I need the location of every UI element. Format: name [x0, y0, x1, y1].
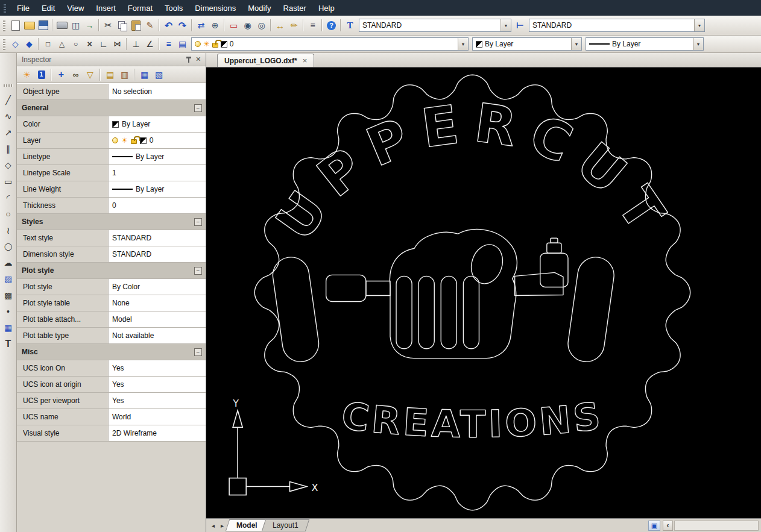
- property-row[interactable]: Plot style tableNone: [17, 295, 206, 311]
- polyline-icon[interactable]: [1, 110, 15, 123]
- rectangle-icon[interactable]: [1, 175, 15, 188]
- region-icon[interactable]: [1, 289, 15, 302]
- inspector-titlebar[interactable]: Inspector: [17, 53, 206, 66]
- close-icon[interactable]: [196, 55, 201, 64]
- select-by-number-icon[interactable]: [34, 68, 48, 81]
- redo-icon[interactable]: [175, 19, 189, 32]
- viewport-icon[interactable]: [648, 521, 660, 531]
- property-row[interactable]: UCS icon OnYes: [17, 360, 206, 377]
- collapse-icon[interactable]: −: [194, 218, 202, 226]
- canister-body-shape[interactable]: [540, 253, 568, 287]
- fist-outline[interactable]: [390, 230, 517, 358]
- paste-properties-icon[interactable]: [118, 68, 131, 81]
- multiline-icon[interactable]: [1, 142, 15, 155]
- text-icon[interactable]: [1, 337, 15, 351]
- property-value[interactable]: None: [109, 295, 206, 311]
- thumb-opening[interactable]: [466, 240, 507, 287]
- save-file-icon[interactable]: [36, 19, 50, 32]
- export-icon[interactable]: [83, 19, 96, 32]
- snap-perpendicular-icon[interactable]: [96, 37, 110, 51]
- table-icon[interactable]: [1, 321, 15, 334]
- dropdown-arrow-icon[interactable]: [500, 19, 511, 31]
- property-value[interactable]: 1: [109, 165, 206, 181]
- autohide-pin-icon[interactable]: [185, 56, 192, 63]
- tab-scroll-left-icon[interactable]: [209, 521, 218, 530]
- document-tab[interactable]: Uppercut_LOGO.dxf*: [217, 54, 314, 67]
- property-value[interactable]: 2D Wireframe: [109, 425, 206, 441]
- open-file-icon[interactable]: [22, 19, 36, 32]
- dropdown-arrow-icon[interactable]: [693, 38, 703, 50]
- new-file-icon[interactable]: [8, 19, 22, 32]
- property-value[interactable]: Model: [109, 311, 206, 327]
- help-icon[interactable]: [324, 19, 338, 32]
- toolbar-grip[interactable]: [3, 20, 5, 31]
- menu-insert[interactable]: Insert: [90, 1, 122, 15]
- finger-shape[interactable]: [463, 276, 479, 348]
- menu-raster[interactable]: Raster: [277, 1, 312, 15]
- snap-midpoint-icon[interactable]: [55, 37, 69, 51]
- arc-icon[interactable]: [1, 191, 15, 204]
- handle-tab-shape[interactable]: [366, 281, 390, 295]
- toolbar-grip[interactable]: [4, 84, 13, 87]
- property-row[interactable]: Line WeightBy Layer: [17, 181, 206, 198]
- property-value[interactable]: Yes: [109, 360, 206, 376]
- property-row[interactable]: Object typeNo selection: [17, 84, 206, 100]
- menu-file[interactable]: File: [11, 1, 36, 15]
- hscroll-left-icon[interactable]: [663, 521, 673, 531]
- revision-cloud-icon[interactable]: [1, 256, 15, 269]
- snap-nearest-icon[interactable]: [110, 37, 124, 51]
- property-row[interactable]: Layer0: [17, 133, 206, 149]
- paste-icon[interactable]: [129, 19, 143, 32]
- color-combo[interactable]: By Layer: [472, 37, 582, 51]
- zoom-realtime-icon[interactable]: [208, 19, 222, 32]
- property-value[interactable]: No selection: [109, 84, 206, 99]
- property-row[interactable]: Visual style2D Wireframe: [17, 425, 206, 442]
- tab-scroll-right-icon[interactable]: [218, 521, 227, 530]
- finger-shape[interactable]: [418, 276, 434, 348]
- tab-close-icon[interactable]: [303, 56, 308, 65]
- polar-tracking-icon[interactable]: [143, 37, 157, 51]
- menu-edit[interactable]: Edit: [36, 1, 61, 15]
- filter-icon[interactable]: [83, 68, 97, 81]
- right-grip-shape[interactable]: [566, 255, 616, 364]
- zoom-extents-icon[interactable]: [254, 19, 268, 32]
- line-icon[interactable]: [1, 93, 15, 107]
- property-row[interactable]: Dimension styleSTANDARD: [17, 246, 206, 263]
- handle-end-shape[interactable]: [326, 275, 366, 301]
- ortho-mode-icon[interactable]: [129, 37, 143, 51]
- menu-help[interactable]: Help: [312, 1, 341, 15]
- property-value[interactable]: Yes: [109, 393, 206, 408]
- section-header[interactable]: Misc−: [17, 344, 206, 360]
- circle-icon[interactable]: [1, 207, 15, 221]
- snap-endpoint-icon[interactable]: [41, 37, 55, 51]
- property-value[interactable]: Yes: [109, 377, 206, 392]
- canister-knob-shape[interactable]: [551, 238, 558, 243]
- property-row[interactable]: UCS icon at originYes: [17, 377, 206, 393]
- quick-select-icon[interactable]: [20, 68, 34, 81]
- section-header[interactable]: General−: [17, 100, 206, 116]
- canister-cap-shape[interactable]: [547, 243, 561, 253]
- collapse-icon[interactable]: −: [194, 348, 202, 356]
- left-grip-shape[interactable]: [271, 255, 321, 364]
- menu-dimensions[interactable]: Dimensions: [189, 1, 242, 15]
- entity-snap-icon[interactable]: [8, 37, 22, 51]
- dim-style-manager-icon[interactable]: [513, 19, 527, 32]
- dropdown-arrow-icon[interactable]: [458, 38, 468, 50]
- layer-combo[interactable]: 0: [191, 37, 469, 51]
- collapse-icon[interactable]: −: [194, 104, 202, 112]
- property-value[interactable]: By Layer: [109, 116, 206, 132]
- property-value[interactable]: STANDARD: [109, 230, 206, 246]
- snap-settings-icon[interactable]: [22, 37, 36, 51]
- hatch-icon[interactable]: [1, 272, 15, 286]
- grid-view-icon[interactable]: [137, 68, 151, 81]
- layers-dialog-icon[interactable]: [162, 37, 175, 51]
- collapse-icon[interactable]: −: [194, 267, 202, 275]
- property-value[interactable]: By Layer: [109, 181, 206, 197]
- dimension-style-combo[interactable]: STANDARD: [529, 19, 705, 32]
- property-row[interactable]: ColorBy Layer: [17, 116, 206, 133]
- find-icon[interactable]: [69, 68, 83, 81]
- finger-shape[interactable]: [441, 276, 456, 348]
- tab-layout1[interactable]: Layout1: [261, 519, 309, 531]
- menu-modify[interactable]: Modify: [242, 1, 277, 15]
- property-value[interactable]: By Color: [109, 279, 206, 295]
